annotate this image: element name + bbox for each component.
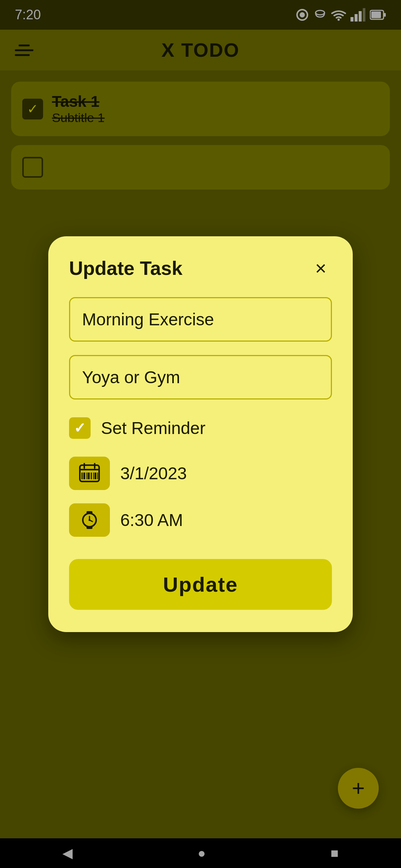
time-picker-button[interactable] [69,503,110,537]
date-picker-button[interactable] [69,457,110,490]
modal-title: Update Task [69,257,182,279]
modal-overlay: Update Task × ✓ Set Reminder [0,0,401,868]
reminder-checkbox[interactable]: ✓ [69,417,91,439]
task-name-input[interactable] [69,297,332,342]
svg-rect-25 [87,526,92,529]
update-task-modal: Update Task × ✓ Set Reminder [48,236,353,632]
svg-rect-24 [87,511,92,514]
time-value: 6:30 AM [120,510,183,530]
calendar-icon [78,462,101,484]
reminder-check-icon: ✓ [74,420,86,436]
date-row: 3/1/2023 [69,457,332,490]
time-row: 6:30 AM [69,503,332,537]
reminder-row: ✓ Set Reminder [69,417,332,439]
svg-point-28 [89,519,91,521]
modal-header: Update Task × [69,257,332,279]
modal-close-button[interactable]: × [310,257,332,279]
task-subtitle-input[interactable] [69,355,332,400]
update-button[interactable]: Update [69,559,332,610]
reminder-label: Set Reminder [101,418,205,438]
close-icon: × [315,257,326,279]
watch-icon [78,509,101,531]
date-value: 3/1/2023 [120,463,187,483]
